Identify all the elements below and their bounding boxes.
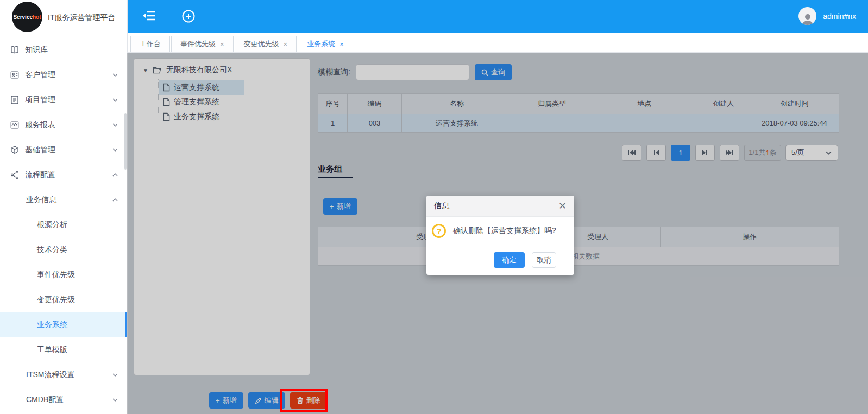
close-icon[interactable]: ×: [339, 40, 344, 48]
dialog-title: 信息: [434, 201, 449, 211]
menu-fold-icon[interactable]: [142, 9, 158, 22]
app-window: Servicehot IT服务运营管理平台 知识库 客户管理: [0, 0, 868, 414]
sidebar-item-label: 技术分类: [37, 245, 67, 255]
sidebar-item-base[interactable]: 基础管理: [0, 137, 127, 162]
tab-label: 业务系统: [307, 39, 335, 49]
confirm-dialog: 信息 ✕ ? 确认删除【运营支撑系统】吗? 确定 取消: [426, 196, 574, 275]
tab-change-priority[interactable]: 变更优先级 ×: [235, 36, 297, 52]
sidebar-item-label: 变更优先级: [37, 295, 75, 305]
sidebar-menu: 知识库 客户管理 项目管理: [0, 37, 127, 412]
dialog-footer: 确定 取消: [494, 252, 556, 268]
logo-service-text: Service: [13, 14, 33, 20]
sidebar-item-root-cause[interactable]: 根源分析: [0, 212, 127, 237]
sidebar-item-label: 项目管理: [25, 95, 55, 105]
sidebar-item-ticket-template[interactable]: 工单模版: [0, 337, 127, 362]
user-menu[interactable]: admin#nx: [798, 7, 856, 25]
servicehot-logo: Servicehot: [12, 2, 42, 32]
confirm-button[interactable]: 确定: [494, 252, 525, 268]
avatar: [798, 7, 816, 25]
tab-label: 工作台: [140, 39, 161, 49]
sidebar-item-label: ITSM流程设置: [26, 370, 74, 380]
username: admin#nx: [823, 12, 856, 21]
app-title: IT服务运营管理平台: [48, 13, 115, 23]
tab-business-system[interactable]: 业务系统 ×: [298, 36, 353, 52]
close-icon[interactable]: ✕: [558, 201, 567, 211]
chevron-up-icon: [112, 197, 118, 203]
sidebar-item-label: 根源分析: [37, 220, 67, 230]
cancel-button-label: 取消: [537, 255, 551, 265]
sidebar-item-label: CMDB配置: [26, 395, 64, 405]
sidebar-item-label: 服务报表: [25, 120, 55, 130]
sidebar-item-label: 客户管理: [25, 70, 55, 80]
logo-area: Servicehot IT服务运营管理平台: [0, 0, 127, 34]
close-icon[interactable]: ×: [284, 40, 288, 48]
sidebar-item-business-system[interactable]: 业务系统: [0, 312, 127, 337]
tab-incident-priority[interactable]: 事件优先级 ×: [171, 36, 234, 52]
sidebar-item-itsm-flow[interactable]: ITSM流程设置: [0, 362, 127, 387]
confirm-button-label: 确定: [502, 255, 517, 265]
chevron-down-icon: [112, 397, 118, 403]
plus-circle-icon[interactable]: [181, 9, 196, 23]
sidebar-scrollbar[interactable]: [124, 113, 127, 170]
tab-workbench[interactable]: 工作台: [130, 36, 170, 52]
close-icon[interactable]: ×: [220, 40, 224, 48]
sidebar-item-flow[interactable]: 流程配置: [0, 162, 127, 187]
customer-icon: [10, 70, 20, 80]
tab-label: 事件优先级: [180, 39, 216, 49]
report-icon: [10, 120, 20, 130]
sidebar-item-knowledge[interactable]: 知识库: [0, 37, 127, 62]
annotation-highlight-box: [280, 389, 328, 412]
sidebar-item-project[interactable]: 项目管理: [0, 87, 127, 112]
sidebar-item-label: 基础管理: [25, 145, 55, 155]
chevron-down-icon: [112, 147, 118, 153]
chevron-up-icon: [112, 172, 118, 178]
sidebar-item-customer[interactable]: 客户管理: [0, 62, 127, 87]
sidebar-item-label: 知识库: [25, 45, 48, 55]
sidebar-item-label: 业务系统: [37, 320, 67, 330]
base-icon: [10, 145, 20, 155]
dialog-message: 确认删除【运营支撑系统】吗?: [453, 226, 556, 236]
sidebar-item-change-priority[interactable]: 变更优先级: [0, 287, 127, 312]
book-icon: [10, 45, 20, 55]
sidebar-item-label: 工单模版: [37, 345, 67, 355]
chevron-down-icon: [112, 122, 118, 128]
dialog-body: ? 确认删除【运营支撑系统】吗?: [426, 217, 574, 238]
logo-hot-text: hot: [33, 14, 41, 20]
chevron-down-icon: [112, 97, 118, 103]
cancel-button[interactable]: 取消: [532, 252, 556, 268]
sidebar-item-business-info[interactable]: 业务信息: [0, 187, 127, 212]
dialog-header: 信息 ✕: [426, 196, 574, 217]
sidebar-item-cmdb-config[interactable]: CMDB配置: [0, 387, 127, 412]
topbar: admin#nx: [127, 0, 868, 33]
content-pane: ▼ 无限科技有限公司X 运营支撑系统 管理支撑系统: [127, 53, 868, 414]
sidebar-item-incident-priority[interactable]: 事件优先级: [0, 262, 127, 287]
sidebar-item-label: 业务信息: [26, 195, 56, 205]
question-icon: ?: [432, 224, 446, 238]
chevron-down-icon: [112, 372, 118, 378]
flow-icon: [10, 170, 20, 180]
sidebar: Servicehot IT服务运营管理平台 知识库 客户管理: [0, 0, 128, 414]
sidebar-item-label: 事件优先级: [37, 270, 75, 280]
sidebar-item-report[interactable]: 服务报表: [0, 112, 127, 137]
chevron-down-icon: [112, 72, 118, 78]
tab-label: 变更优先级: [244, 39, 279, 49]
sidebar-item-label: 流程配置: [25, 170, 55, 180]
tabbar: 工作台 事件优先级 × 变更优先级 × 业务系统 ×: [127, 33, 868, 53]
project-icon: [10, 95, 20, 105]
sidebar-item-tech-category[interactable]: 技术分类: [0, 237, 127, 262]
